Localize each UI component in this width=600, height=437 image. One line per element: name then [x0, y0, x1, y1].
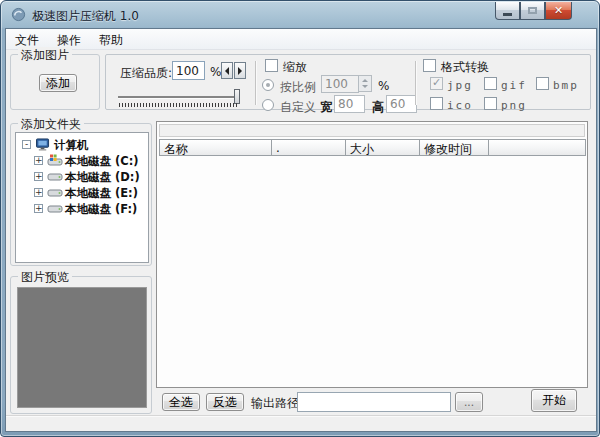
maximize-button[interactable] — [520, 2, 545, 20]
quality-input[interactable] — [172, 61, 205, 80]
tree-item-label: 计算机 — [54, 138, 89, 153]
preview-group-label: 图片预览 — [18, 269, 72, 286]
output-path-label: 输出路径: — [251, 395, 303, 412]
spinner-down-icon — [359, 84, 371, 92]
list-body — [159, 156, 585, 385]
expand-icon[interactable]: + — [34, 204, 43, 213]
column-header-empty[interactable] — [488, 139, 586, 156]
right-arrow-icon — [238, 67, 246, 75]
format-png-label: png — [501, 99, 527, 112]
scale-ratio-unit: % — [378, 79, 389, 93]
add-image-group-label: 添加图片 — [18, 47, 72, 64]
format-jpg-label: jpg — [447, 79, 473, 92]
divider — [255, 61, 256, 105]
add-image-group: 添加图片 添加 — [10, 54, 100, 110]
format-jpg-checkbox[interactable] — [430, 77, 443, 90]
height-input[interactable] — [386, 95, 417, 113]
format-bmp-checkbox[interactable] — [536, 77, 549, 90]
column-header-modified[interactable]: 修改时间 — [419, 139, 489, 156]
quality-slider-thumb[interactable] — [234, 89, 240, 104]
quality-label: 压缩品质: — [120, 65, 172, 82]
image-preview-area — [17, 287, 147, 408]
width-label: 宽 — [320, 99, 332, 116]
tree-item-label: 本地磁盘 (F:) — [65, 202, 137, 217]
tree-item-label: 本地磁盘 (E:) — [65, 186, 138, 201]
select-all-button[interactable]: 全选 — [162, 393, 200, 411]
scale-ratio-radio[interactable] — [262, 79, 274, 91]
format-ico-checkbox[interactable] — [430, 97, 443, 110]
list-top-strip — [159, 124, 585, 137]
system-drive-icon — [47, 154, 63, 167]
folder-tree: - 计算机 + 本地磁盘 (C:) + — [15, 132, 149, 263]
menu-actions[interactable]: 操作 — [48, 29, 90, 49]
divider — [415, 61, 416, 105]
left-arrow-icon — [221, 67, 229, 75]
scale-checkbox-label: 缩放 — [283, 59, 307, 76]
expand-icon[interactable]: + — [34, 172, 43, 181]
titlebar[interactable]: 极速图片压缩机 1.0 ✕ — [1, 1, 599, 28]
browse-button[interactable]: ... — [455, 392, 483, 412]
width-input[interactable] — [334, 95, 365, 113]
scale-ratio-spinner[interactable] — [359, 75, 372, 92]
minimize-button[interactable] — [495, 2, 520, 20]
collapse-icon[interactable]: - — [22, 140, 31, 149]
spinner-up-icon — [359, 76, 371, 84]
quality-slider-track — [118, 96, 239, 98]
output-path-input[interactable] — [297, 392, 451, 412]
menu-file[interactable]: 文件 — [6, 29, 48, 49]
tree-item-drive-c[interactable]: + 本地磁盘 (C:) — [16, 153, 148, 169]
format-gif-checkbox[interactable] — [484, 77, 497, 90]
quality-decrease-button[interactable] — [221, 62, 233, 79]
file-list: 名称 . 大小 修改时间 — [156, 121, 588, 388]
drive-icon — [47, 202, 63, 215]
format-gif-label: gif — [501, 79, 527, 92]
drive-icon — [47, 170, 63, 183]
scale-custom-label: 自定义 — [280, 99, 316, 116]
app-icon — [11, 7, 26, 22]
add-button[interactable]: 添加 — [39, 74, 77, 92]
app-window: 极速图片压缩机 1.0 ✕ 文件 操作 帮助 添加图片 添加 压缩品质: % — [0, 0, 600, 437]
format-png-checkbox[interactable] — [484, 97, 497, 110]
drive-icon — [47, 186, 63, 199]
tree-item-drive-d[interactable]: + 本地磁盘 (D:) — [16, 169, 148, 185]
close-icon: ✕ — [554, 4, 563, 17]
height-label: 高 — [372, 99, 384, 116]
menu-help[interactable]: 帮助 — [90, 29, 132, 49]
quality-increase-button[interactable] — [234, 62, 246, 79]
maximize-icon — [528, 7, 537, 14]
tree-item-computer[interactable]: - 计算机 — [16, 137, 148, 153]
window-title: 极速图片压缩机 1.0 — [32, 8, 139, 25]
format-convert-label: 格式转换 — [441, 59, 489, 76]
column-header-size[interactable]: 大小 — [345, 139, 420, 156]
tree-item-drive-e[interactable]: + 本地磁盘 (E:) — [16, 185, 148, 201]
window-controls: ✕ — [495, 2, 572, 20]
list-header: 名称 . 大小 修改时间 — [159, 139, 585, 156]
expand-icon[interactable]: + — [34, 188, 43, 197]
scale-custom-radio[interactable] — [262, 99, 274, 111]
close-button[interactable]: ✕ — [545, 2, 572, 20]
format-ico-label: ico — [447, 99, 473, 112]
tree-item-drive-f[interactable]: + 本地磁盘 (F:) — [16, 201, 148, 217]
add-folder-group-label: 添加文件夹 — [18, 116, 84, 133]
invert-select-button[interactable]: 反选 — [206, 393, 244, 411]
quality-unit: % — [210, 65, 221, 79]
scale-ratio-label: 按比例 — [280, 79, 316, 96]
column-header-name[interactable]: 名称 — [159, 139, 272, 156]
preview-group: 图片预览 — [10, 276, 152, 414]
add-folder-group: 添加文件夹 - 计算机 + 本地磁盘 (C:) + — [10, 123, 152, 266]
expand-icon[interactable]: + — [34, 156, 43, 165]
status-separator — [6, 415, 596, 416]
menubar: 文件 操作 帮助 — [6, 29, 596, 50]
scale-checkbox[interactable] — [265, 59, 278, 72]
scale-ratio-input[interactable] — [321, 75, 359, 93]
start-button[interactable]: 开始 — [531, 389, 577, 412]
tree-item-label: 本地磁盘 (D:) — [65, 170, 140, 185]
format-convert-checkbox[interactable] — [423, 59, 436, 72]
minimize-icon — [503, 13, 512, 16]
settings-panel: 压缩品质: % 缩放 按比例 % 自定义 宽 高 — [105, 54, 591, 110]
quality-slider-ticks — [119, 103, 239, 107]
column-header-dot[interactable]: . — [271, 139, 346, 156]
client-area: 文件 操作 帮助 添加图片 添加 压缩品质: % 缩放 按比例 — [5, 28, 597, 432]
format-bmp-label: bmp — [553, 79, 579, 92]
tree-item-label: 本地磁盘 (C:) — [65, 154, 139, 169]
